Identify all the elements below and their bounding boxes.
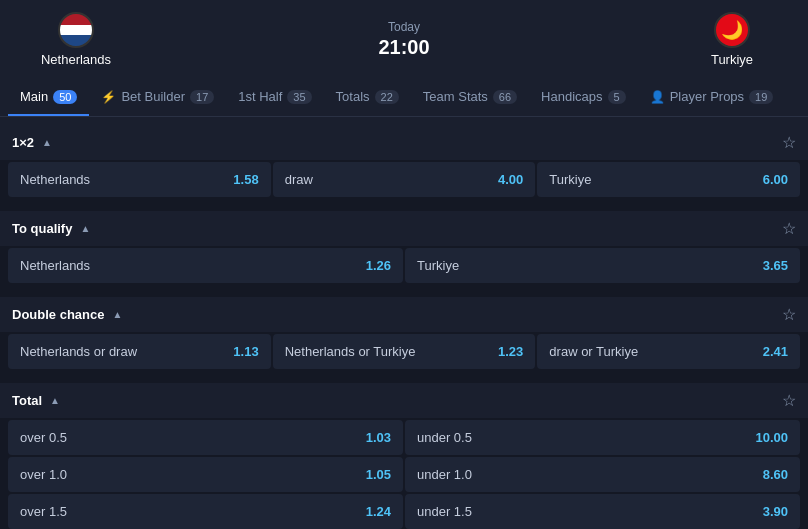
odds-cell-to-qualify-0-1[interactable]: Turkiye3.65 bbox=[405, 248, 800, 283]
odds-row-total-0: over 0.51.03under 0.510.00 bbox=[0, 420, 808, 455]
section-header-1x2: 1×2▲☆ bbox=[0, 125, 808, 160]
odds-cell-total-2-0[interactable]: over 1.51.24 bbox=[8, 494, 403, 529]
turkiye-flag: 🌙 bbox=[714, 12, 750, 48]
tab-badge-main: 50 bbox=[53, 90, 77, 104]
section-title-to-qualify: To qualify bbox=[12, 221, 72, 236]
section-chevron-double-chance[interactable]: ▲ bbox=[112, 309, 122, 320]
section-header-to-qualify: To qualify▲☆ bbox=[0, 211, 808, 246]
section-star-to-qualify[interactable]: ☆ bbox=[782, 219, 796, 238]
tab-handicaps[interactable]: Handicaps5 bbox=[529, 79, 638, 116]
tab-badge-totals: 22 bbox=[375, 90, 399, 104]
odds-cell-double-chance-0-1[interactable]: Netherlands or Turkiye1.23 bbox=[273, 334, 536, 369]
tab-label-main: Main bbox=[20, 89, 48, 104]
odds-row-double-chance-0: Netherlands or draw1.13Netherlands or Tu… bbox=[0, 334, 808, 369]
match-header: Netherlands Today 21:00 🌙 Turkiye bbox=[0, 0, 808, 79]
odds-cell-to-qualify-0-0[interactable]: Netherlands1.26 bbox=[8, 248, 403, 283]
odds-row-to-qualify-0: Netherlands1.26Turkiye3.65 bbox=[0, 248, 808, 283]
odds-value-to-qualify-0-0: 1.26 bbox=[366, 258, 391, 273]
odds-cell-total-1-0[interactable]: over 1.01.05 bbox=[8, 457, 403, 492]
odds-value-total-0-1: 10.00 bbox=[755, 430, 788, 445]
tab-badge-player-props: 19 bbox=[749, 90, 773, 104]
tab-badge-team-stats: 66 bbox=[493, 90, 517, 104]
match-time: 21:00 bbox=[136, 36, 672, 59]
tab-1st-half[interactable]: 1st Half35 bbox=[226, 79, 323, 116]
tab-label-handicaps: Handicaps bbox=[541, 89, 602, 104]
section-star-1x2[interactable]: ☆ bbox=[782, 133, 796, 152]
odds-label-to-qualify-0-0: Netherlands bbox=[20, 258, 90, 273]
odds-cell-1x2-0-2[interactable]: Turkiye6.00 bbox=[537, 162, 800, 197]
odds-label-total-2-0: over 1.5 bbox=[20, 504, 67, 519]
section-header-double-chance: Double chance▲☆ bbox=[0, 297, 808, 332]
odds-value-1x2-0-0: 1.58 bbox=[233, 172, 258, 187]
section-to-qualify: To qualify▲☆Netherlands1.26Turkiye3.65 bbox=[0, 211, 808, 289]
tab-label-team-stats: Team Stats bbox=[423, 89, 488, 104]
team-left-name: Netherlands bbox=[41, 52, 111, 67]
tab-label-player-props: Player Props bbox=[670, 89, 744, 104]
tab-bet-builder[interactable]: ⚡Bet Builder17 bbox=[89, 79, 226, 116]
match-date: Today bbox=[136, 20, 672, 34]
odds-cell-double-chance-0-2[interactable]: draw or Turkiye2.41 bbox=[537, 334, 800, 369]
section-header-total: Total▲☆ bbox=[0, 383, 808, 418]
odds-value-total-1-0: 1.05 bbox=[366, 467, 391, 482]
odds-label-1x2-0-0: Netherlands bbox=[20, 172, 90, 187]
tab-label-totals: Totals bbox=[336, 89, 370, 104]
match-center: Today 21:00 bbox=[136, 20, 672, 59]
tab-player-props[interactable]: 👤Player Props19 bbox=[638, 79, 786, 116]
section-total: Total▲☆over 0.51.03under 0.510.00over 1.… bbox=[0, 383, 808, 529]
tab-label-bet-builder: Bet Builder bbox=[121, 89, 185, 104]
odds-value-double-chance-0-0: 1.13 bbox=[233, 344, 258, 359]
tab-team-stats[interactable]: Team Stats66 bbox=[411, 79, 529, 116]
odds-label-1x2-0-2: Turkiye bbox=[549, 172, 591, 187]
odds-label-total-1-1: under 1.0 bbox=[417, 467, 472, 482]
section-star-double-chance[interactable]: ☆ bbox=[782, 305, 796, 324]
team-left: Netherlands bbox=[16, 12, 136, 67]
section-double-chance: Double chance▲☆Netherlands or draw1.13Ne… bbox=[0, 297, 808, 375]
tabs-bar: Main50⚡Bet Builder171st Half35Totals22Te… bbox=[0, 79, 808, 117]
odds-label-total-0-0: over 0.5 bbox=[20, 430, 67, 445]
team-right: 🌙 Turkiye bbox=[672, 12, 792, 67]
odds-label-1x2-0-1: draw bbox=[285, 172, 313, 187]
odds-cell-total-0-0[interactable]: over 0.51.03 bbox=[8, 420, 403, 455]
odds-value-total-0-0: 1.03 bbox=[366, 430, 391, 445]
odds-value-double-chance-0-1: 1.23 bbox=[498, 344, 523, 359]
tab-main[interactable]: Main50 bbox=[8, 79, 89, 116]
odds-label-double-chance-0-1: Netherlands or Turkiye bbox=[285, 344, 416, 359]
section-chevron-to-qualify[interactable]: ▲ bbox=[80, 223, 90, 234]
section-chevron-1x2[interactable]: ▲ bbox=[42, 137, 52, 148]
team-right-name: Turkiye bbox=[711, 52, 753, 67]
odds-value-1x2-0-1: 4.00 bbox=[498, 172, 523, 187]
section-title-total: Total bbox=[12, 393, 42, 408]
section-star-total[interactable]: ☆ bbox=[782, 391, 796, 410]
tab-icon-player-props: 👤 bbox=[650, 90, 665, 104]
tab-icon-bet-builder: ⚡ bbox=[101, 90, 116, 104]
odds-value-double-chance-0-2: 2.41 bbox=[763, 344, 788, 359]
tab-label-1st-half: 1st Half bbox=[238, 89, 282, 104]
odds-row-total-1: over 1.01.05under 1.08.60 bbox=[0, 457, 808, 492]
tab-badge-bet-builder: 17 bbox=[190, 90, 214, 104]
odds-cell-1x2-0-0[interactable]: Netherlands1.58 bbox=[8, 162, 271, 197]
tab-badge-handicaps: 5 bbox=[608, 90, 626, 104]
odds-cell-total-1-1[interactable]: under 1.08.60 bbox=[405, 457, 800, 492]
odds-row-1x2-0: Netherlands1.58draw4.00Turkiye6.00 bbox=[0, 162, 808, 197]
section-1x2: 1×2▲☆Netherlands1.58draw4.00Turkiye6.00 bbox=[0, 125, 808, 203]
tab-totals[interactable]: Totals22 bbox=[324, 79, 411, 116]
odds-label-double-chance-0-2: draw or Turkiye bbox=[549, 344, 638, 359]
odds-cell-double-chance-0-0[interactable]: Netherlands or draw1.13 bbox=[8, 334, 271, 369]
odds-cell-1x2-0-1[interactable]: draw4.00 bbox=[273, 162, 536, 197]
tab-badge-1st-half: 35 bbox=[287, 90, 311, 104]
odds-row-total-2: over 1.51.24under 1.53.90 bbox=[0, 494, 808, 529]
main-content: 1×2▲☆Netherlands1.58draw4.00Turkiye6.00T… bbox=[0, 125, 808, 529]
netherlands-flag bbox=[58, 12, 94, 48]
odds-label-total-1-0: over 1.0 bbox=[20, 467, 67, 482]
odds-label-double-chance-0-0: Netherlands or draw bbox=[20, 344, 137, 359]
odds-value-total-2-0: 1.24 bbox=[366, 504, 391, 519]
odds-cell-total-0-1[interactable]: under 0.510.00 bbox=[405, 420, 800, 455]
section-chevron-total[interactable]: ▲ bbox=[50, 395, 60, 406]
section-title-double-chance: Double chance bbox=[12, 307, 104, 322]
section-title-1x2: 1×2 bbox=[12, 135, 34, 150]
odds-label-total-0-1: under 0.5 bbox=[417, 430, 472, 445]
odds-value-total-1-1: 8.60 bbox=[763, 467, 788, 482]
odds-label-to-qualify-0-1: Turkiye bbox=[417, 258, 459, 273]
odds-label-total-2-1: under 1.5 bbox=[417, 504, 472, 519]
odds-cell-total-2-1[interactable]: under 1.53.90 bbox=[405, 494, 800, 529]
